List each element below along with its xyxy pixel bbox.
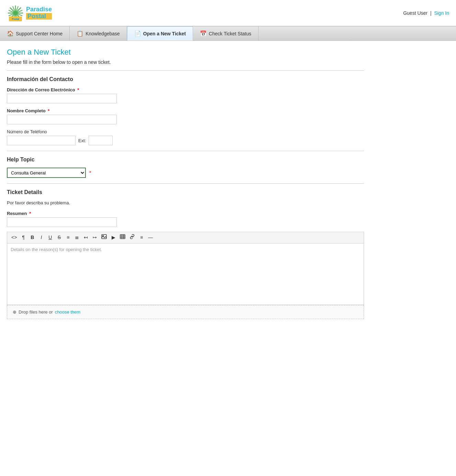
toolbar-table-btn[interactable]	[118, 234, 127, 242]
summary-input[interactable]	[7, 217, 117, 227]
help-topic-select[interactable]: Consulta General Technical Support Billi…	[7, 168, 86, 178]
knowledgebase-icon: 📋	[77, 30, 83, 37]
file-drop-icon: ⊕	[13, 309, 16, 315]
email-label: Dirección de Correo Electrónico *	[7, 87, 364, 92]
summary-label: Resumen *	[7, 211, 364, 216]
logo-area: Postal Paradise Postal	[7, 3, 52, 22]
phone-label: Número de Teléfono	[7, 129, 364, 134]
phone-field-group: Número de Teléfono Ext:	[7, 129, 364, 145]
toolbar-align-btn[interactable]: ≡	[138, 234, 145, 242]
nav-item-open-ticket[interactable]: 📄 Open a New Ticket	[127, 26, 193, 41]
toolbar-code-btn[interactable]: <>	[10, 234, 18, 242]
toolbar-bold-btn[interactable]: B	[28, 234, 36, 242]
svg-text:Postal: Postal	[12, 18, 19, 20]
logo-paradise-text: Paradise	[26, 6, 52, 13]
guest-user-label: Guest User	[403, 10, 428, 16]
svg-point-8	[14, 11, 17, 15]
sign-in-link[interactable]: Sign In	[434, 10, 449, 16]
toolbar-unordered-list-btn[interactable]: ≣	[73, 234, 81, 242]
contact-section-title: Información del Contacto	[7, 76, 364, 82]
toolbar-hr-btn[interactable]: —	[147, 234, 154, 242]
email-field-group: Dirección de Correo Electrónico *	[7, 87, 364, 103]
ticket-details-title: Ticket Details	[7, 189, 364, 195]
open-ticket-icon: 📄	[134, 30, 141, 37]
toolbar-image-btn[interactable]	[100, 234, 108, 242]
toolbar-outdent-btn[interactable]: ↤	[82, 234, 90, 242]
toolbar-link-btn[interactable]	[128, 234, 136, 242]
page-title: Open a New Ticket	[7, 48, 364, 57]
page-header: Postal Paradise Postal Guest User | Sign…	[0, 0, 456, 26]
svg-rect-13	[120, 235, 125, 239]
divider-contact	[7, 151, 364, 151]
phone-input[interactable]	[7, 136, 76, 145]
fullname-input[interactable]	[7, 115, 117, 124]
phone-row: Ext:	[7, 136, 364, 145]
email-required-star: *	[77, 87, 79, 92]
divider-top	[7, 70, 364, 71]
ext-label: Ext:	[78, 138, 86, 143]
navbar: 🏠 Support Center Home 📋 Knowledgebase 📄 …	[0, 26, 456, 41]
nav-item-support-home[interactable]: 🏠 Support Center Home	[0, 26, 70, 41]
toolbar-italic-btn[interactable]: I	[37, 234, 45, 242]
fullname-label: Nombre Completo *	[7, 108, 364, 113]
toolbar-video-btn[interactable]: ▶	[110, 234, 117, 242]
contact-section: Información del Contacto Dirección de Co…	[7, 76, 364, 145]
nav-label-knowledgebase: Knowledgebase	[86, 31, 120, 36]
file-drop-area: ⊕ Drop files here or choose them	[7, 305, 364, 319]
logo-text: Paradise Postal	[26, 6, 52, 20]
rte-container: <> ¶ B I U S ≡ ≣ ↤ ↦ ▶	[7, 232, 364, 319]
toolbar-ordered-list-btn[interactable]: ≡	[64, 234, 72, 242]
user-area: Guest User | Sign In	[403, 10, 449, 16]
nav-label-open-ticket: Open a New Ticket	[143, 31, 186, 36]
nav-item-knowledgebase[interactable]: 📋 Knowledgebase	[70, 26, 127, 41]
toolbar-underline-btn[interactable]: U	[46, 234, 54, 242]
logo-postal-text: Postal	[26, 13, 52, 20]
page-subtitle: Please fill in the form below to open a …	[7, 59, 364, 65]
ext-input[interactable]	[89, 136, 113, 145]
summary-required-star: *	[29, 211, 31, 216]
help-topic-required-star: *	[89, 170, 91, 175]
home-icon: 🏠	[7, 30, 14, 37]
rte-toolbar: <> ¶ B I U S ≡ ≣ ↤ ↦ ▶	[7, 232, 364, 243]
toolbar-paragraph-btn[interactable]: ¶	[20, 234, 27, 242]
ticket-details-subtitle: Por favor describa su problema.	[7, 200, 364, 205]
help-topic-title: Help Topic	[7, 157, 364, 163]
main-content: Open a New Ticket Please fill in the for…	[0, 41, 371, 326]
file-drop-text: Drop files here or	[19, 309, 53, 315]
fullname-field-group: Nombre Completo *	[7, 108, 364, 124]
file-choose-link[interactable]: choose them	[55, 309, 80, 315]
toolbar-strikethrough-btn[interactable]: S	[55, 234, 63, 242]
fullname-required-star: *	[48, 108, 49, 113]
check-ticket-icon: 📅	[200, 30, 207, 37]
divider-help-topic	[7, 183, 364, 184]
separator: |	[430, 10, 432, 16]
summary-field-group: Resumen *	[7, 211, 364, 227]
nav-label-check-ticket: Check Ticket Status	[209, 31, 251, 36]
toolbar-indent-btn[interactable]: ↦	[91, 234, 99, 242]
nav-item-check-ticket[interactable]: 📅 Check Ticket Status	[193, 26, 259, 41]
email-input[interactable]	[7, 94, 117, 103]
help-topic-row: Consulta General Technical Support Billi…	[7, 168, 364, 178]
help-topic-section: Help Topic Consulta General Technical Su…	[7, 157, 364, 178]
ticket-details-section: Ticket Details Por favor describa su pro…	[7, 189, 364, 319]
rte-body[interactable]: Details on the reason(s) for opening the…	[7, 243, 364, 305]
logo-icon: Postal	[7, 3, 24, 22]
nav-label-support-home: Support Center Home	[16, 31, 62, 36]
